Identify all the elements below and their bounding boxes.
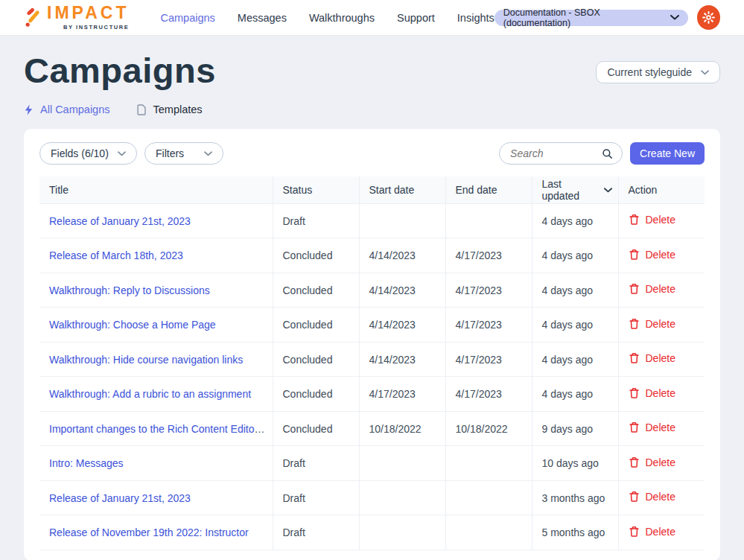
delete-button[interactable]: Delete xyxy=(629,214,675,226)
title-cell: Walkthrough: Reply to Discussions xyxy=(39,273,273,308)
search-input[interactable] xyxy=(509,147,602,160)
campaign-title-link[interactable]: Release of January 21st, 2023 xyxy=(49,215,191,227)
table-row: Walkthrough: Add a rubric to an assignme… xyxy=(39,377,705,412)
search-box xyxy=(499,142,623,165)
campaign-title-link[interactable]: Release of January 21st, 2023 xyxy=(49,492,191,504)
delete-label: Delete xyxy=(646,387,675,399)
main-content: Campaigns Current styleguide All Campaig… xyxy=(0,52,744,560)
delete-label: Delete xyxy=(646,214,675,226)
campaign-title-link[interactable]: Release of November 19th 2022: Instructo… xyxy=(49,526,249,538)
column-header-label: Start date xyxy=(369,184,415,196)
last-updated-cell: 4 days ago xyxy=(532,342,618,377)
search-icon xyxy=(602,148,613,159)
trash-icon xyxy=(629,421,640,433)
title-cell: Walkthrough: Add a rubric to an assignme… xyxy=(39,377,273,412)
delete-button[interactable]: Delete xyxy=(629,456,675,468)
last-updated-cell: 4 days ago xyxy=(532,203,618,238)
account-selector-label: Documentation - SBOX (documentation) xyxy=(503,7,661,28)
delete-label: Delete xyxy=(646,249,675,261)
campaign-title-link[interactable]: Walkthrough: Choose a Home Page xyxy=(49,319,216,331)
campaign-title-link[interactable]: Release of March 18th, 2023 xyxy=(49,249,183,261)
end-date-cell: 4/17/2023 xyxy=(445,273,532,308)
campaign-title-link[interactable]: Intro: Messages xyxy=(49,457,124,469)
delete-button[interactable]: Delete xyxy=(629,491,675,503)
table-row: Walkthrough: Choose a Home PageConcluded… xyxy=(39,308,705,343)
title-cell: Release of January 21st, 2023 xyxy=(39,480,273,515)
sort-chevron-down-icon xyxy=(604,188,612,193)
delete-label: Delete xyxy=(646,352,675,364)
nav-item-insights[interactable]: Insights xyxy=(457,12,495,24)
table-row: Walkthrough: Hide course navigation link… xyxy=(39,342,705,377)
gear-icon xyxy=(702,10,716,25)
action-cell: Delete xyxy=(618,446,705,481)
delete-label: Delete xyxy=(646,421,675,433)
top-navigation-bar: IMPACT BY INSTRUCTURE Campaigns Messages… xyxy=(0,0,744,36)
column-header-title: Title xyxy=(39,176,273,203)
title-cell: Release of March 18th, 2023 xyxy=(39,238,273,273)
end-date-cell: 4/17/2023 xyxy=(445,238,532,273)
filters-dropdown-label: Filters xyxy=(156,147,184,159)
trash-icon xyxy=(629,352,640,364)
start-date-cell: 10/18/2022 xyxy=(359,411,445,446)
start-date-cell: 4/14/2023 xyxy=(359,273,445,308)
column-header-status: Status xyxy=(273,176,359,203)
end-date-cell: 4/17/2023 xyxy=(445,342,532,377)
status-cell: Concluded xyxy=(273,273,359,308)
column-header-last-updated[interactable]: Last updated xyxy=(532,176,618,203)
start-date-cell xyxy=(359,480,445,515)
tab-templates[interactable]: Templates xyxy=(137,104,203,115)
settings-button[interactable] xyxy=(697,5,720,30)
trash-icon xyxy=(629,318,640,330)
fields-dropdown[interactable]: Fields (6/10) xyxy=(39,142,137,165)
delete-label: Delete xyxy=(646,318,675,330)
delete-button[interactable]: Delete xyxy=(629,283,675,295)
campaign-title-link[interactable]: Important changes to the Rich Content Ed… xyxy=(49,423,273,435)
campaign-title-link[interactable]: Walkthrough: Hide course navigation link… xyxy=(49,354,243,366)
column-header-label: Last updated xyxy=(542,178,597,202)
status-cell: Concluded xyxy=(273,411,359,446)
end-date-cell: 10/18/2022 xyxy=(445,411,532,446)
account-selector[interactable]: Documentation - SBOX (documentation) xyxy=(495,10,688,26)
last-updated-cell: 10 days ago xyxy=(532,446,618,481)
action-cell: Delete xyxy=(618,377,705,412)
trash-icon xyxy=(629,456,640,468)
impact-logo-mark-icon xyxy=(24,7,42,28)
nav-item-campaigns[interactable]: Campaigns xyxy=(160,12,214,24)
delete-button[interactable]: Delete xyxy=(629,421,675,433)
start-date-cell xyxy=(359,446,445,481)
delete-button[interactable]: Delete xyxy=(629,249,675,261)
tab-all-campaigns[interactable]: All Campaigns xyxy=(24,104,110,115)
table-row: Important changes to the Rich Content Ed… xyxy=(39,411,705,446)
table-header-row: TitleStatusStart dateEnd dateLast update… xyxy=(39,176,705,203)
status-cell: Draft xyxy=(273,515,359,550)
chevron-down-icon xyxy=(701,70,709,75)
tab-label: Templates xyxy=(153,104,203,115)
campaign-title-link[interactable]: Walkthrough: Reply to Discussions xyxy=(49,284,210,296)
campaign-title-link[interactable]: Walkthrough: Add a rubric to an assignme… xyxy=(49,388,251,400)
nav-item-messages[interactable]: Messages xyxy=(238,12,287,24)
start-date-cell: 4/14/2023 xyxy=(359,238,445,273)
styleguide-selector[interactable]: Current styleguide xyxy=(596,61,720,83)
create-new-button[interactable]: Create New xyxy=(630,142,705,165)
last-updated-cell: 3 months ago xyxy=(532,480,618,515)
nav-item-support[interactable]: Support xyxy=(397,12,435,24)
column-header-label: Status xyxy=(283,184,313,196)
status-cell: Concluded xyxy=(273,238,359,273)
campaigns-tabs: All Campaigns Templates xyxy=(24,104,720,115)
impact-logo[interactable]: IMPACT BY INSTRUCTURE xyxy=(24,4,129,31)
title-cell: Intro: Messages xyxy=(39,446,273,481)
end-date-cell xyxy=(445,203,532,238)
delete-button[interactable]: Delete xyxy=(629,387,675,399)
status-cell: Concluded xyxy=(273,342,359,377)
filters-dropdown[interactable]: Filters xyxy=(144,142,223,165)
action-cell: Delete xyxy=(618,480,705,515)
last-updated-cell: 9 days ago xyxy=(532,411,618,446)
column-header-end-date: End date xyxy=(445,176,532,203)
action-cell: Delete xyxy=(618,273,705,308)
title-cell: Walkthrough: Hide course navigation link… xyxy=(39,342,273,377)
delete-button[interactable]: Delete xyxy=(629,526,675,538)
nav-item-walkthroughs[interactable]: Walkthroughs xyxy=(309,12,375,24)
column-header-label: Action xyxy=(629,184,658,196)
delete-button[interactable]: Delete xyxy=(629,352,675,364)
delete-button[interactable]: Delete xyxy=(629,318,675,330)
